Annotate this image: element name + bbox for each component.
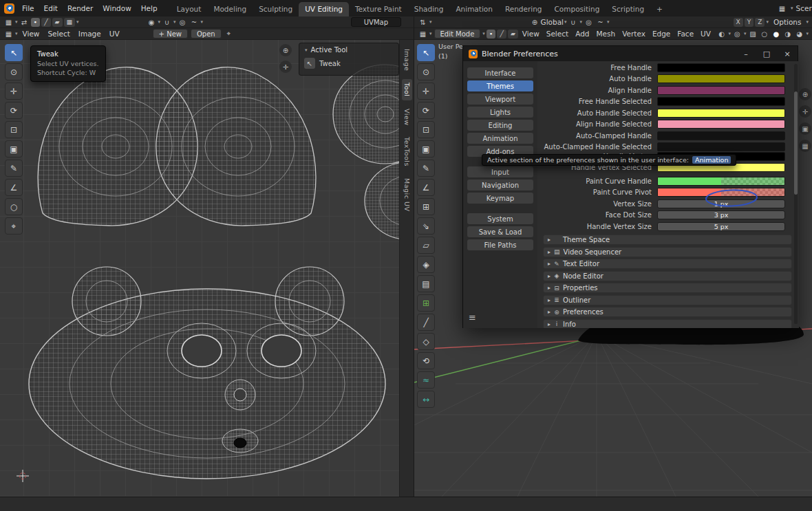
mirror-z-toggle[interactable]: Z <box>755 18 765 27</box>
falloff-icon[interactable]: ~ <box>595 17 606 27</box>
vp-tool-knife[interactable]: ▤ <box>417 275 435 292</box>
vp-tool-bevel[interactable]: ▱ <box>417 237 435 254</box>
blender-logo-icon[interactable] <box>4 3 14 14</box>
collapse-arrow-icon[interactable]: ▾ <box>305 47 308 53</box>
color-swatch-paint-curve-pivot[interactable] <box>657 188 785 197</box>
prefs-nav-save-load[interactable]: Save & Load <box>467 226 533 237</box>
color-swatch-auto-handle-selected[interactable] <box>657 109 785 118</box>
section-outliner[interactable]: ▸≣Outliner <box>543 295 792 305</box>
shading-material-icon[interactable]: ◑ <box>782 29 793 39</box>
vp-tool-tweak[interactable]: ↖ <box>417 44 435 61</box>
vp-tool-transform[interactable]: ▣ <box>417 140 435 157</box>
uv-tool-relax[interactable]: ○ <box>5 198 23 215</box>
vertex-size-slider[interactable]: 1 px <box>657 199 785 208</box>
scrollbar[interactable] <box>794 64 798 324</box>
uv-sync-select-icon[interactable]: ⇄ <box>19 17 30 27</box>
vp-tool-extrude[interactable]: ⊞ <box>417 198 435 215</box>
vp-menu-uv[interactable]: UV <box>697 29 714 39</box>
uv-menu-image[interactable]: Image <box>74 29 105 39</box>
uv-menu-select[interactable]: Select <box>43 29 74 39</box>
vp-menu-edge[interactable]: Edge <box>649 29 674 39</box>
vp-tool-move[interactable]: ✛ <box>417 83 435 100</box>
uv-tool-scale[interactable]: ⊡ <box>5 121 23 138</box>
show-hide-icon[interactable]: ◐ <box>716 29 727 39</box>
uv-tool-cursor[interactable]: ✛ <box>5 83 23 100</box>
open-image-button[interactable]: Open <box>191 29 222 39</box>
mode-dropdown[interactable]: Edit Mode <box>434 29 481 39</box>
editor-type-icon[interactable]: ▦ <box>3 29 14 39</box>
minimize-button[interactable]: – <box>736 46 756 61</box>
vp-menu-select[interactable]: Select <box>543 29 572 39</box>
menu-help[interactable]: Help <box>136 2 162 14</box>
section-text-editor[interactable]: ▸✎Text Editor <box>543 259 792 269</box>
prefs-nav-lights[interactable]: Lights <box>467 107 533 118</box>
chevron-down-icon[interactable]: ▾ <box>76 19 79 25</box>
vp-tool-rotate[interactable]: ⟳ <box>417 102 435 119</box>
vp-tool-edge-slide[interactable]: ⟲ <box>417 352 435 369</box>
prefs-nav-file-paths[interactable]: File Paths <box>467 239 533 250</box>
vp-menu-face[interactable]: Face <box>674 29 697 39</box>
prefs-nav-animation[interactable]: Animation <box>467 133 533 144</box>
xray-toggle-icon[interactable]: ▨ <box>747 29 758 39</box>
scrollbar-thumb[interactable] <box>794 91 798 195</box>
proportional-edit-icon[interactable]: ◎ <box>178 17 188 27</box>
uv-editor-canvas[interactable] <box>0 40 414 497</box>
zoom-icon[interactable]: ⊕ <box>799 88 811 100</box>
color-swatch-auto-clamped-handle[interactable] <box>657 131 785 140</box>
select-mode-face[interactable]: ▰ <box>508 30 518 39</box>
editor-type-icon[interactable]: ▦ <box>3 17 14 27</box>
proportional-edit-icon[interactable]: ◎ <box>584 17 594 27</box>
vp-menu-mesh[interactable]: Mesh <box>592 29 619 39</box>
scene-selector[interactable]: ▦ ▾ Scen <box>776 3 812 13</box>
tab-rendering[interactable]: Rendering <box>499 2 548 17</box>
pivot-point-icon[interactable]: ◉ <box>147 17 157 27</box>
tab-shading[interactable]: Shading <box>408 2 450 17</box>
uv-tool-select-circle[interactable]: ⊙ <box>5 63 23 80</box>
vp-tool-smooth[interactable]: ◇ <box>417 333 435 350</box>
uv-tool-rotate[interactable]: ⟳ <box>5 102 23 119</box>
snap-magnet-icon[interactable]: ∪ <box>162 17 172 27</box>
uv-select-mode-vertex[interactable]: ∙ <box>31 18 41 27</box>
tab-magic-uv[interactable]: Magic UV <box>402 175 412 215</box>
pan-hand-icon[interactable]: ✛ <box>279 61 292 73</box>
tab-sculpting[interactable]: Sculpting <box>253 2 299 17</box>
uv-menu-view[interactable]: View <box>19 29 44 39</box>
color-swatch-free-handle-selected[interactable] <box>657 97 785 106</box>
uv-select-mode-edge[interactable]: ╱ <box>41 18 50 27</box>
uv-tool-grab[interactable]: ⌖ <box>5 217 23 235</box>
menu-render[interactable]: Render <box>63 2 98 14</box>
menu-edit[interactable]: Edit <box>39 2 63 14</box>
tab-layout[interactable]: Layout <box>171 2 208 17</box>
vp-tool-spin[interactable]: ╱ <box>417 314 435 331</box>
vp-tool-inset[interactable]: ⇘ <box>417 217 435 235</box>
pin-icon[interactable]: ⌖ <box>224 29 234 39</box>
select-mode-vertex[interactable]: ∙ <box>487 30 496 39</box>
prefs-nav-keymap[interactable]: Keymap <box>467 193 533 204</box>
tab-modeling[interactable]: Modeling <box>207 2 253 17</box>
face-dot-size-slider[interactable]: 3 px <box>657 210 785 219</box>
vp-tool-scale[interactable]: ⊡ <box>417 121 435 138</box>
select-mode-edge[interactable]: ╱ <box>497 30 506 39</box>
shading-rendered-icon[interactable]: ◕ <box>794 29 804 39</box>
vp-menu-add[interactable]: Add <box>572 29 592 39</box>
section-node-editor[interactable]: ▸◈Node Editor <box>543 271 792 281</box>
camera-view-icon[interactable]: ▣ <box>799 122 811 135</box>
vp-tool-poly-build[interactable]: ⊞ <box>417 294 435 312</box>
overlays-icon[interactable]: ◎ <box>732 29 742 39</box>
mirror-x-toggle[interactable]: X <box>734 18 743 27</box>
new-image-button[interactable]: + New <box>153 29 188 39</box>
options-dropdown[interactable]: Options <box>769 17 806 27</box>
prefs-menu-icon[interactable]: ≡ <box>469 312 476 323</box>
section-preferences[interactable]: ▸⊛Preferences <box>543 307 792 317</box>
tab-image[interactable]: Image <box>402 45 412 74</box>
shading-solid-icon[interactable]: ● <box>771 29 781 39</box>
falloff-icon[interactable]: ~ <box>189 17 200 27</box>
vp-tool-measure[interactable]: ∠ <box>417 179 435 196</box>
tab-view[interactable]: View <box>402 105 412 129</box>
tab-texture-paint[interactable]: Texture Paint <box>349 2 408 17</box>
prefs-nav-navigation[interactable]: Navigation <box>467 180 533 191</box>
prefs-nav-themes[interactable]: Themes <box>467 80 533 91</box>
color-swatch-paint-curve-handle[interactable] <box>657 177 785 186</box>
color-swatch-align-handle[interactable] <box>657 86 785 95</box>
color-swatch-align-handle-selected[interactable] <box>657 120 785 129</box>
